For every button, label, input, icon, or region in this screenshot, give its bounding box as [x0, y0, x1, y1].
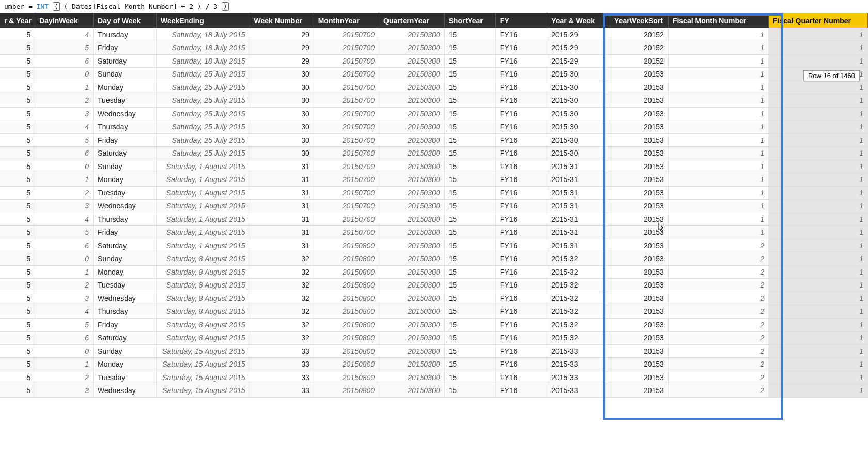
cell-fy[interactable]: FY16	[495, 160, 547, 173]
cell-diw[interactable]: 3	[35, 384, 94, 398]
table-row[interactable]: 52TuesdaySaturday, 8 August 201532201508…	[0, 279, 868, 292]
cell-qny[interactable]: 20150300	[379, 371, 444, 384]
cell-mny[interactable]: 20150800	[314, 239, 379, 252]
cell-yws[interactable]: 20153	[610, 265, 669, 279]
cell-qny[interactable]: 20150300	[379, 358, 444, 371]
cell-yws[interactable]: 20153	[610, 292, 669, 305]
cell-diw[interactable]: 1	[35, 81, 94, 94]
cell-fy[interactable]: FY16	[495, 186, 547, 200]
cell-sy[interactable]: 15	[444, 160, 495, 173]
column-header-fy[interactable]: FY	[495, 13, 547, 28]
cell-sy[interactable]: 15	[444, 265, 495, 279]
cell-wn[interactable]: 31	[250, 239, 314, 252]
cell-diw[interactable]: 4	[35, 28, 94, 41]
cell-we[interactable]: Saturday, 15 August 2015	[156, 358, 250, 371]
cell-yw[interactable]: 2015-30	[547, 94, 610, 108]
cell-fy[interactable]: FY16	[495, 305, 547, 319]
cell-qy[interactable]: 5	[0, 173, 35, 187]
cell-yw[interactable]: 2015-32	[547, 279, 610, 292]
cell-fy[interactable]: FY16	[495, 358, 547, 371]
cell-qy[interactable]: 5	[0, 133, 35, 147]
cell-diw[interactable]: 6	[35, 147, 94, 160]
cell-yws[interactable]: 20153	[610, 81, 669, 94]
cell-yw[interactable]: 2015-32	[547, 292, 610, 305]
cell-qny[interactable]: 20150300	[379, 173, 444, 187]
cell-wn[interactable]: 30	[250, 147, 314, 160]
cell-sy[interactable]: 15	[444, 133, 495, 147]
cell-yw[interactable]: 2015-31	[547, 226, 610, 239]
cell-we[interactable]: Saturday, 1 August 2015	[156, 213, 250, 226]
cell-fy[interactable]: FY16	[495, 200, 547, 213]
cell-diw[interactable]: 2	[35, 279, 94, 292]
cell-diw[interactable]: 3	[35, 107, 94, 120]
cell-qy[interactable]: 5	[0, 213, 35, 226]
cell-fy[interactable]: FY16	[495, 41, 547, 55]
cell-diw[interactable]: 5	[35, 318, 94, 332]
cell-wn[interactable]: 32	[250, 318, 314, 332]
cell-qy[interactable]: 5	[0, 160, 35, 173]
cell-sy[interactable]: 15	[444, 186, 495, 200]
cell-qy[interactable]: 5	[0, 147, 35, 160]
cell-diw[interactable]: 4	[35, 213, 94, 226]
cell-we[interactable]: Saturday, 8 August 2015	[156, 279, 250, 292]
cell-sy[interactable]: 15	[444, 147, 495, 160]
cell-fmn[interactable]: 1	[668, 226, 768, 239]
cell-sy[interactable]: 15	[444, 107, 495, 120]
cell-sy[interactable]: 15	[444, 226, 495, 239]
cell-sy[interactable]: 15	[444, 279, 495, 292]
cell-qny[interactable]: 20150300	[379, 292, 444, 305]
cell-diw[interactable]: 1	[35, 265, 94, 279]
cell-we[interactable]: Saturday, 1 August 2015	[156, 186, 250, 200]
cell-fy[interactable]: FY16	[495, 279, 547, 292]
cell-fy[interactable]: FY16	[495, 120, 547, 134]
table-row[interactable]: 55FridaySaturday, 8 August 2015322015080…	[0, 318, 868, 332]
cell-fy[interactable]: FY16	[495, 371, 547, 384]
cell-yws[interactable]: 20153	[610, 318, 669, 332]
cell-yws[interactable]: 20153	[610, 94, 669, 108]
cell-dow[interactable]: Saturday	[94, 147, 157, 160]
cell-fqn[interactable]: 1	[769, 305, 868, 319]
cell-fmn[interactable]: 1	[668, 173, 768, 187]
cell-fmn[interactable]: 2	[668, 384, 768, 398]
cell-mny[interactable]: 20150700	[314, 133, 379, 147]
cell-wn[interactable]: 33	[250, 371, 314, 384]
cell-sy[interactable]: 15	[444, 41, 495, 55]
cell-fmn[interactable]: 2	[668, 318, 768, 332]
cell-fmn[interactable]: 2	[668, 279, 768, 292]
cell-dow[interactable]: Friday	[94, 318, 157, 332]
cell-yws[interactable]: 20153	[610, 200, 669, 213]
cell-we[interactable]: Saturday, 8 August 2015	[156, 292, 250, 305]
cell-wn[interactable]: 31	[250, 186, 314, 200]
table-row[interactable]: 55FridaySaturday, 18 July 20152920150700…	[0, 41, 868, 55]
cell-we[interactable]: Saturday, 8 August 2015	[156, 265, 250, 279]
cell-fqn[interactable]: 1	[769, 344, 868, 358]
cell-fmn[interactable]: 2	[668, 344, 768, 358]
cell-qny[interactable]: 20150300	[379, 384, 444, 398]
cell-wn[interactable]: 29	[250, 41, 314, 55]
cell-fqn[interactable]: 1	[769, 81, 868, 94]
table-row[interactable]: 51MondaySaturday, 25 July 20153020150700…	[0, 81, 868, 94]
cell-fmn[interactable]: 2	[668, 332, 768, 345]
cell-mny[interactable]: 20150800	[314, 384, 379, 398]
cell-fqn[interactable]: 1	[769, 292, 868, 305]
cell-fmn[interactable]: 2	[668, 305, 768, 319]
data-grid[interactable]: r & YearDayInWeekDay of WeekWeekEndingWe…	[0, 13, 868, 452]
cell-yw[interactable]: 2015-31	[547, 160, 610, 173]
cell-yws[interactable]: 20153	[610, 332, 669, 345]
cell-yw[interactable]: 2015-29	[547, 28, 610, 41]
table-row[interactable]: 53WednesdaySaturday, 25 July 20153020150…	[0, 107, 868, 120]
cell-fy[interactable]: FY16	[495, 239, 547, 252]
cell-mny[interactable]: 20150700	[314, 41, 379, 55]
cell-fqn[interactable]: 1	[769, 41, 868, 55]
cell-diw[interactable]: 1	[35, 358, 94, 371]
cell-sy[interactable]: 15	[444, 81, 495, 94]
cell-diw[interactable]: 5	[35, 133, 94, 147]
cell-we[interactable]: Saturday, 25 July 2015	[156, 147, 250, 160]
cell-dow[interactable]: Monday	[94, 265, 157, 279]
cell-fqn[interactable]: 1	[769, 384, 868, 398]
cell-fmn[interactable]: 1	[668, 147, 768, 160]
cell-fmn[interactable]: 1	[668, 94, 768, 108]
cell-yw[interactable]: 2015-30	[547, 81, 610, 94]
cell-yws[interactable]: 20153	[610, 226, 669, 239]
table-row[interactable]: 56SaturdaySaturday, 25 July 201530201507…	[0, 147, 868, 160]
